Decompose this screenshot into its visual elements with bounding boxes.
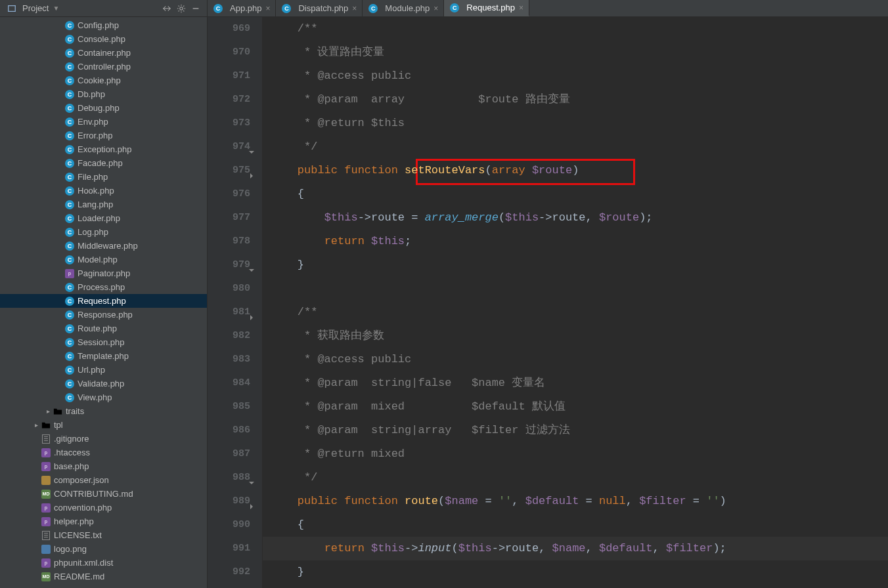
- line-number[interactable]: 972: [208, 88, 250, 112]
- file-item[interactable]: ▸logo.png: [0, 542, 207, 556]
- code-line[interactable]: $this->route = array_merge($this->route,…: [263, 206, 888, 230]
- file-item[interactable]: ▸p.htaccess: [0, 446, 207, 459]
- file-item[interactable]: ▸.gitignore: [0, 432, 207, 446]
- line-number[interactable]: 991: [208, 537, 250, 560]
- file-item[interactable]: ▸CHook.php: [0, 184, 207, 198]
- line-number[interactable]: 975: [208, 159, 250, 182]
- line-number[interactable]: 983: [208, 348, 250, 371]
- collapse-button[interactable]: [160, 1, 174, 16]
- code-line[interactable]: [263, 277, 888, 301]
- fold-marker-icon[interactable]: [248, 308, 255, 316]
- line-number[interactable]: 981: [208, 301, 250, 324]
- fold-marker-icon[interactable]: [248, 473, 255, 481]
- line-number[interactable]: 986: [208, 419, 250, 442]
- line-number[interactable]: 977: [208, 206, 250, 230]
- line-number[interactable]: 978: [208, 230, 250, 253]
- file-item[interactable]: ▸CError.php: [0, 129, 207, 142]
- line-number[interactable]: 989: [208, 490, 250, 513]
- file-item[interactable]: ▸CLoader.php: [0, 211, 207, 225]
- tree-arrow[interactable]: ▸: [32, 421, 41, 429]
- code-line[interactable]: * @param array $route 路由变量: [263, 88, 888, 112]
- code-editor[interactable]: /** * 设置路由变量 * @access public * @param a…: [263, 17, 888, 588]
- file-item[interactable]: ▸CRoute.php: [0, 322, 207, 335]
- code-line[interactable]: return $this;: [263, 230, 888, 253]
- minimize-button[interactable]: [189, 1, 203, 16]
- code-line[interactable]: /**: [263, 301, 888, 324]
- line-number[interactable]: 971: [208, 64, 250, 88]
- line-number[interactable]: 973: [208, 112, 250, 135]
- close-icon[interactable]: ×: [433, 4, 438, 13]
- code-line[interactable]: * 设置路由变量: [263, 41, 888, 64]
- line-number[interactable]: 976: [208, 182, 250, 206]
- tree-arrow[interactable]: ▸: [43, 408, 53, 415]
- file-item[interactable]: ▸CController.php: [0, 60, 207, 74]
- settings-button[interactable]: [174, 1, 189, 16]
- close-icon[interactable]: ×: [352, 4, 357, 13]
- code-line[interactable]: * @access public: [263, 348, 888, 371]
- file-item[interactable]: ▸CDebug.php: [0, 101, 207, 115]
- code-line[interactable]: * @param string|false $name 变量名: [263, 371, 888, 395]
- line-number[interactable]: 985: [208, 395, 250, 419]
- code-line[interactable]: return $this->input($this->route, $name,…: [263, 537, 888, 560]
- code-line[interactable]: public function setRouteVars(array $rout…: [263, 159, 888, 182]
- close-icon[interactable]: ×: [265, 4, 270, 13]
- close-icon[interactable]: ×: [519, 3, 523, 12]
- code-line[interactable]: */: [263, 135, 888, 159]
- file-item[interactable]: ▸CResponse.php: [0, 308, 207, 322]
- file-item[interactable]: ▸CValidate.php: [0, 377, 207, 390]
- file-item[interactable]: ▸CFacade.php: [0, 156, 207, 170]
- code-line[interactable]: * @access public: [263, 64, 888, 88]
- file-item[interactable]: ▸CMiddleware.php: [0, 239, 207, 253]
- file-item[interactable]: ▸CConsole.php: [0, 32, 207, 46]
- code-line[interactable]: public function route($name = '', $defau…: [263, 490, 888, 513]
- code-line[interactable]: */: [263, 466, 888, 490]
- line-number[interactable]: 992: [208, 560, 250, 584]
- file-item[interactable]: ▸CContainer.php: [0, 46, 207, 60]
- file-item[interactable]: ▸CRequest.php: [0, 294, 207, 308]
- line-number[interactable]: 982: [208, 324, 250, 348]
- code-line[interactable]: * @return $this: [263, 112, 888, 135]
- file-item[interactable]: ▸LICENSE.txt: [0, 528, 207, 542]
- line-number[interactable]: 987: [208, 442, 250, 466]
- file-item[interactable]: ▸CLog.php: [0, 225, 207, 239]
- file-item[interactable]: ▸CException.php: [0, 142, 207, 156]
- code-line[interactable]: }: [263, 560, 888, 584]
- tab-dispatch-php[interactable]: CDispatch.php×: [276, 0, 363, 16]
- line-number[interactable]: 970: [208, 41, 250, 64]
- file-item[interactable]: ▸pphpunit.xml.dist: [0, 556, 207, 570]
- fold-marker-icon[interactable]: [248, 497, 255, 505]
- file-item[interactable]: ▸CTemplate.php: [0, 349, 207, 363]
- line-number[interactable]: 979: [208, 253, 250, 277]
- file-item[interactable]: ▸CModel.php: [0, 253, 207, 266]
- file-item[interactable]: ▸phelper.php: [0, 514, 207, 528]
- code-line[interactable]: * @return mixed: [263, 442, 888, 466]
- file-item[interactable]: ▸pconvention.php: [0, 501, 207, 514]
- tab-app-php[interactable]: CApp.php×: [208, 0, 276, 16]
- folder-item[interactable]: ▸traits: [0, 404, 207, 418]
- file-item[interactable]: ▸pbase.php: [0, 459, 207, 473]
- file-item[interactable]: ▸composer.json: [0, 473, 207, 487]
- file-item[interactable]: ▸MDREADME.md: [0, 570, 207, 583]
- fold-marker-icon[interactable]: [248, 261, 255, 268]
- file-item[interactable]: ▸MDCONTRIBUTING.md: [0, 487, 207, 501]
- project-dropdown[interactable]: Project ▼: [4, 2, 62, 15]
- file-item[interactable]: ▸CCookie.php: [0, 74, 207, 87]
- file-item[interactable]: ▸CProcess.php: [0, 280, 207, 294]
- line-number[interactable]: 990: [208, 513, 250, 537]
- line-number[interactable]: 980: [208, 277, 250, 301]
- fold-marker-icon[interactable]: [248, 166, 255, 174]
- project-tree[interactable]: ▸CConfig.php▸CConsole.php▸CContainer.php…: [0, 17, 207, 588]
- file-item[interactable]: ▸CDb.php: [0, 87, 207, 101]
- fold-marker-icon[interactable]: [248, 142, 255, 150]
- code-line[interactable]: * 获取路由参数: [263, 324, 888, 348]
- file-item[interactable]: ▸CUrl.php: [0, 363, 207, 377]
- file-item[interactable]: ▸CLang.php: [0, 198, 207, 211]
- folder-item[interactable]: ▸tpl: [0, 418, 207, 432]
- line-number[interactable]: 984: [208, 371, 250, 395]
- line-number[interactable]: 988: [208, 466, 250, 490]
- code-line[interactable]: }: [263, 253, 888, 277]
- code-line[interactable]: {: [263, 182, 888, 206]
- line-number[interactable]: 969: [208, 17, 250, 41]
- file-item[interactable]: ▸CEnv.php: [0, 115, 207, 129]
- file-item[interactable]: ▸CSession.php: [0, 335, 207, 349]
